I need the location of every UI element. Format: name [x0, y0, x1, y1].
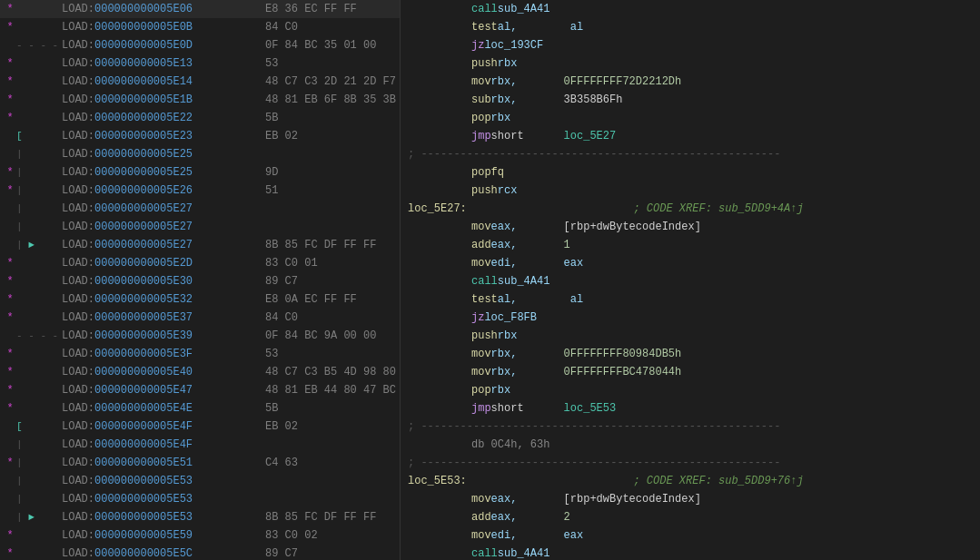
right-line[interactable]: movrbx,0FFFFFFFF72D2212Dh — [401, 73, 980, 91]
right-line[interactable]: loc_5E27: ; CODE XREF: sub_5DD9+4A↑j — [401, 200, 980, 218]
left-line[interactable]: | LOAD:000000000005E4F — [0, 436, 400, 454]
right-line[interactable]: poprbx — [401, 109, 980, 127]
left-line[interactable]: | LOAD:000000000005E27 — [0, 200, 400, 218]
branch-indicator: | — [16, 203, 62, 214]
left-line[interactable]: * LOAD:000000000005E3F53 — [0, 345, 400, 363]
left-line[interactable]: | LOAD:000000000005E25 — [0, 145, 400, 163]
right-line[interactable]: testal,al — [401, 18, 980, 36]
right-line[interactable]: loc_5E53: ; CODE XREF: sub_5DD9+76↑j — [401, 472, 980, 490]
mnemonic: mov — [408, 257, 491, 270]
address: LOAD:000000000005E2D — [62, 257, 262, 270]
separator: ; --------------------------------------… — [408, 457, 780, 469]
address: LOAD:000000000005E59 — [62, 529, 262, 542]
line-marker: * — [4, 257, 16, 270]
address: LOAD:000000000005E40 — [62, 366, 262, 378]
address: LOAD:000000000005E0B — [62, 21, 262, 34]
right-line[interactable]: pushrbx — [401, 327, 980, 345]
mnemonic: push — [408, 57, 498, 70]
operand1: eax, — [491, 221, 564, 233]
operand1: eax, — [491, 511, 564, 524]
left-line[interactable]: * LOAD:000000000005E5983 C0 02 — [0, 526, 400, 545]
left-line[interactable]: | ► LOAD:000000000005E538B 85 FC DF FF F… — [0, 508, 400, 526]
right-line[interactable]: popfq — [401, 163, 980, 182]
left-line[interactable]: *| LOAD:000000000005E51C4 63 — [0, 454, 400, 472]
right-line[interactable]: movedi,eax — [401, 526, 980, 545]
left-line[interactable]: * LOAD:000000000005E06E8 36 EC FF FF — [0, 0, 400, 18]
right-line[interactable]: addeax,2 — [401, 508, 980, 526]
right-line[interactable]: ; --------------------------------------… — [401, 454, 980, 472]
address: LOAD:000000000005E30 — [62, 275, 262, 288]
line-marker: * — [4, 529, 16, 542]
right-line[interactable]: testal,al — [401, 290, 980, 309]
branch-indicator: | — [16, 221, 62, 232]
right-line[interactable]: jmpshortloc_5E53 — [401, 399, 980, 418]
left-line[interactable]: * LOAD:000000000005E225B — [0, 109, 400, 127]
right-line[interactable]: callsub_4A41 — [401, 272, 980, 290]
left-line[interactable]: * LOAD:000000000005E2D83 C0 01 — [0, 254, 400, 272]
right-line[interactable]: jzloc_193CF — [401, 36, 980, 54]
left-line[interactable]: * LOAD:000000000005E1448 C7 C3 2D 21 2D … — [0, 73, 400, 91]
right-line[interactable]: moveax,[rbp+dwBytecodeIndex] — [401, 490, 980, 508]
right-line[interactable]: movrbx,0FFFFFFFFBC478044h — [401, 363, 980, 381]
address: LOAD:000000000005E27 — [62, 239, 262, 251]
branch-indicator: | ► — [16, 512, 62, 523]
address: LOAD:000000000005E37 — [62, 311, 262, 324]
mnemonic: call — [408, 547, 498, 560]
address: LOAD:000000000005E06 — [62, 3, 262, 15]
operand2: al — [570, 293, 583, 306]
right-line[interactable]: movrbx,0FFFFFFFF80984DB5h — [401, 345, 980, 363]
right-line[interactable]: callsub_4A41 — [401, 0, 980, 18]
right-line[interactable]: subrbx,3B358B6Fh — [401, 91, 980, 109]
right-line[interactable]: movedi,eax — [401, 254, 980, 272]
branch-indicator: | — [16, 167, 62, 178]
left-line[interactable]: [ LOAD:000000000005E23EB 02 — [0, 127, 400, 145]
left-line[interactable]: [ LOAD:000000000005E4FEB 02 — [0, 418, 400, 436]
right-line[interactable]: poprbx — [401, 381, 980, 399]
right-line[interactable]: db 0C4h, 63h — [401, 436, 980, 454]
loc-comment: ; CODE XREF: sub_5DD9+76↑j — [490, 475, 804, 487]
right-line[interactable]: pushrcx — [401, 182, 980, 200]
left-line[interactable]: * LOAD:000000000005E5C89 C7 — [0, 545, 400, 560]
left-line[interactable]: * LOAD:000000000005E1B48 81 EB 6F 8B 35 … — [0, 91, 400, 109]
operand1: rbx — [498, 57, 518, 70]
left-line[interactable]: | ► LOAD:000000000005E278B 85 FC DF FF F… — [0, 236, 400, 254]
hex-bytes: E8 0A EC FF FF — [262, 293, 371, 306]
hex-bytes: C4 63 — [262, 457, 371, 469]
left-line[interactable]: - - - - LOAD:000000000005E0D0F 84 BC 35 … — [0, 36, 400, 54]
left-line[interactable]: - - - - LOAD:000000000005E390F 84 BC 9A … — [0, 327, 400, 345]
operand1: eax, — [491, 493, 564, 506]
left-line[interactable]: *| LOAD:000000000005E2651 — [0, 182, 400, 200]
mnemonic: add — [408, 239, 491, 251]
mnemonic: add — [408, 511, 491, 524]
left-line[interactable]: * LOAD:000000000005E4748 81 EB 44 80 47 … — [0, 381, 400, 399]
left-line[interactable]: * LOAD:000000000005E4048 C7 C3 B5 4D 98 … — [0, 363, 400, 381]
right-line[interactable]: jmpshortloc_5E27 — [401, 127, 980, 145]
operand2: loc_5E53 — [564, 402, 617, 415]
hex-bytes: 83 C0 01 — [262, 257, 371, 270]
left-line[interactable]: * LOAD:000000000005E3089 C7 — [0, 272, 400, 290]
left-line[interactable]: | LOAD:000000000005E53 — [0, 472, 400, 490]
left-line[interactable]: * LOAD:000000000005E3784 C0 — [0, 309, 400, 327]
address: LOAD:000000000005E51 — [62, 457, 262, 469]
left-line[interactable]: * LOAD:000000000005E4E5B — [0, 399, 400, 418]
operand1: rbx, — [491, 348, 564, 360]
right-line[interactable]: pushrbx — [401, 54, 980, 73]
left-line[interactable]: | LOAD:000000000005E53 — [0, 490, 400, 508]
right-line[interactable]: jzloc_F8FB — [401, 309, 980, 327]
operand1: loc_193CF — [484, 39, 543, 52]
right-line[interactable]: ; --------------------------------------… — [401, 145, 980, 163]
operand1: rbx — [491, 112, 511, 124]
address: LOAD:000000000005E1B — [62, 93, 262, 106]
left-line[interactable]: * LOAD:000000000005E32E8 0A EC FF FF — [0, 290, 400, 309]
left-line[interactable]: * LOAD:000000000005E1353 — [0, 54, 400, 73]
left-line[interactable]: * LOAD:000000000005E0B84 C0 — [0, 18, 400, 36]
right-line[interactable]: ; --------------------------------------… — [401, 418, 980, 436]
left-line[interactable]: | LOAD:000000000005E27 — [0, 218, 400, 236]
operand2: [rbp+dwBytecodeIndex] — [564, 493, 701, 506]
right-line[interactable]: callsub_4A41 — [401, 545, 980, 560]
right-line[interactable]: moveax,[rbp+dwBytecodeIndex] — [401, 218, 980, 236]
line-marker: * — [4, 457, 16, 469]
left-line[interactable]: *| LOAD:000000000005E259D — [0, 163, 400, 182]
right-line[interactable]: addeax,1 — [401, 236, 980, 254]
hex-bytes: 0F 84 BC 9A 00 00 — [262, 329, 376, 342]
